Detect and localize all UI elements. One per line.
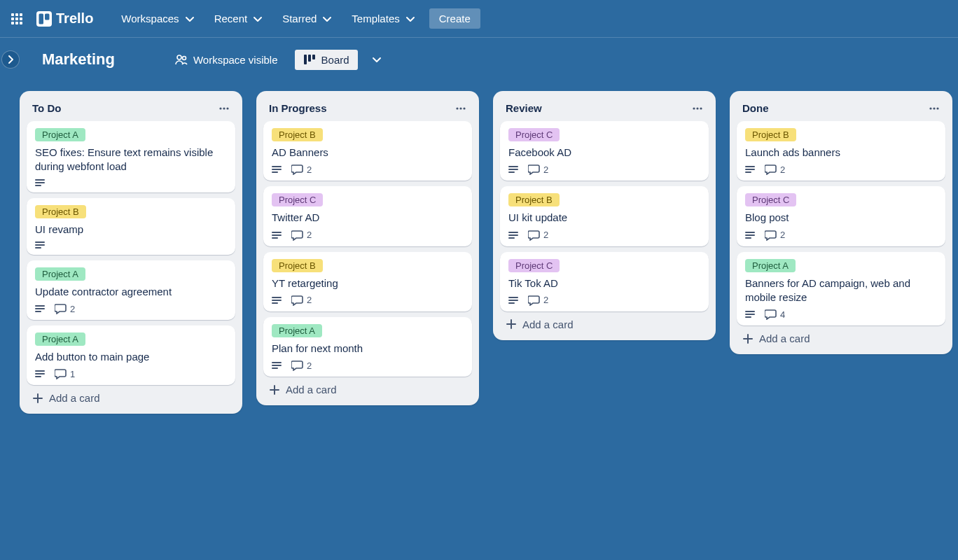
dots-icon: [218, 103, 230, 114]
comment-icon: [55, 368, 67, 379]
card-label[interactable]: Project C: [508, 259, 560, 272]
card-title: Update contractor agreement: [35, 285, 227, 299]
comment-icon: [528, 230, 541, 241]
card-title: Facebook AD: [508, 146, 700, 160]
app-name: Trello: [56, 10, 93, 27]
card-title: AD Banners: [272, 146, 464, 160]
plus-icon: [269, 384, 280, 396]
nav-workspaces[interactable]: Workspaces: [113, 8, 202, 29]
card[interactable]: Project CTwitter AD2: [263, 186, 472, 246]
list-header: Review: [499, 98, 710, 121]
comments-badge: 2: [528, 230, 548, 241]
chevron-down-icon: [253, 14, 263, 24]
description-icon: [35, 241, 45, 249]
comments-badge: 2: [291, 295, 312, 306]
list-menu-button[interactable]: [455, 103, 466, 114]
view-options-button[interactable]: [368, 50, 386, 69]
card-label[interactable]: Project A: [35, 267, 85, 281]
card-label[interactable]: Project C: [508, 128, 560, 141]
comment-icon: [291, 360, 304, 371]
list-title[interactable]: To Do: [32, 102, 61, 114]
card-title: SEO fixes: Ensure text remains visible d…: [35, 146, 227, 174]
list: In ProgressProject BAD Banners2Project C…: [256, 91, 479, 405]
card-label[interactable]: Project B: [272, 128, 323, 141]
card[interactable]: Project ASEO fixes: Ensure text remains …: [27, 121, 235, 192]
card[interactable]: Project BYT retargeting2: [263, 252, 472, 312]
card-label[interactable]: Project B: [508, 193, 560, 206]
comments-badge: 2: [765, 164, 785, 175]
card[interactable]: Project BUI kit update2: [500, 186, 709, 246]
board-icon: [303, 54, 316, 65]
card-label[interactable]: Project B: [35, 205, 86, 218]
grid-icon: [11, 13, 23, 25]
comments-badge: 2: [55, 303, 75, 314]
list-header: To Do: [25, 98, 237, 121]
comments-badge: 1: [55, 368, 75, 379]
card-label[interactable]: Project A: [745, 259, 796, 272]
card-meta: 2: [508, 230, 700, 241]
nav-recent[interactable]: Recent: [206, 8, 272, 29]
card[interactable]: Project BLaunch ads banners2: [737, 121, 945, 181]
card-label[interactable]: Project B: [745, 128, 796, 141]
comments-badge: 2: [528, 295, 548, 306]
card[interactable]: Project ABanners for AD campaign, web an…: [737, 252, 945, 326]
board-title[interactable]: Marketing: [36, 48, 120, 71]
card-label[interactable]: Project B: [272, 259, 323, 272]
chevron-down-icon: [405, 14, 415, 24]
add-card-button[interactable]: Add a card: [25, 385, 237, 407]
description-icon: [272, 231, 282, 239]
list-menu-button[interactable]: [218, 103, 230, 114]
list-menu-button[interactable]: [692, 103, 703, 114]
card-title: YT retargeting: [272, 276, 464, 290]
chevron-down-icon: [322, 14, 332, 24]
list-title[interactable]: Done: [742, 102, 769, 114]
card-label[interactable]: Project C: [745, 193, 796, 206]
card[interactable]: Project BAD Banners2: [263, 121, 472, 181]
list-header: In Progress: [262, 98, 473, 121]
description-icon: [745, 231, 755, 239]
board-header: Marketing Workspace visible Board: [0, 38, 958, 81]
add-card-button[interactable]: Add a card: [262, 377, 473, 398]
description-icon: [745, 165, 755, 174]
card[interactable]: Project CFacebook AD2: [500, 121, 709, 181]
logo[interactable]: Trello: [31, 10, 99, 27]
trello-icon: [36, 11, 52, 27]
card[interactable]: Project BUI revamp: [27, 198, 235, 255]
description-icon: [508, 165, 518, 174]
list-title[interactable]: Review: [506, 102, 542, 114]
card[interactable]: Project APlan for next month2: [263, 317, 472, 377]
comments-badge: 2: [528, 164, 548, 175]
add-card-button[interactable]: Add a card: [499, 312, 710, 333]
comment-icon: [765, 230, 777, 241]
card-meta: 1: [35, 368, 227, 379]
card[interactable]: Project AAdd button to main page1: [27, 326, 235, 385]
add-card-button[interactable]: Add a card: [735, 326, 947, 347]
card[interactable]: Project CTik Tok AD2: [500, 252, 709, 312]
top-nav: Trello WorkspacesRecentStarredTemplates …: [0, 0, 958, 38]
card-title: Tik Tok AD: [508, 276, 700, 290]
apps-switcher[interactable]: [6, 8, 28, 30]
list-title[interactable]: In Progress: [269, 102, 327, 114]
card-label[interactable]: Project A: [272, 324, 322, 337]
description-icon: [272, 361, 282, 370]
card-label[interactable]: Project C: [272, 193, 323, 206]
create-button[interactable]: Create: [429, 8, 480, 29]
comments-badge: 2: [765, 230, 785, 241]
sidebar-expand-button[interactable]: [1, 50, 20, 69]
card-title: UI kit update: [508, 211, 700, 225]
card-meta: 2: [508, 295, 700, 306]
visibility-button[interactable]: Workspace visible: [168, 49, 285, 70]
comments-badge: 2: [291, 360, 312, 371]
description-icon: [35, 304, 45, 313]
card-title: Twitter AD: [272, 211, 464, 225]
nav-starred[interactable]: Starred: [274, 8, 340, 29]
people-icon: [175, 53, 188, 66]
card[interactable]: Project AUpdate contractor agreement2: [27, 260, 235, 320]
card-label[interactable]: Project A: [35, 128, 85, 141]
view-switcher[interactable]: Board: [295, 50, 358, 70]
nav-templates[interactable]: Templates: [343, 8, 423, 29]
card[interactable]: Project CBlog post2: [737, 186, 945, 246]
list-menu-button[interactable]: [929, 103, 940, 114]
card-label[interactable]: Project A: [35, 332, 85, 346]
card-meta: 2: [508, 164, 700, 175]
